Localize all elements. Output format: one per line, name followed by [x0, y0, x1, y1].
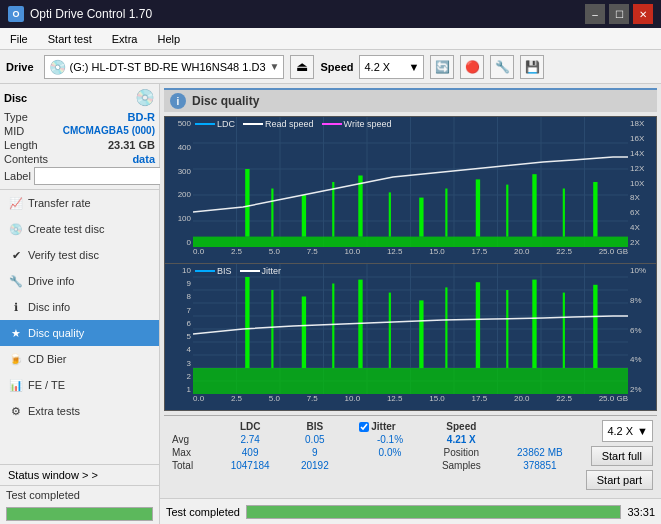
bx-0: 0.0 [193, 394, 204, 403]
x-15: 15.0 [429, 247, 445, 256]
bottom-chart-legend: BIS Jitter [195, 266, 281, 276]
close-button[interactable]: ✕ [633, 4, 653, 24]
by-2: 2 [187, 372, 191, 381]
status-bar-bottom: Status window > > Test completed [0, 464, 159, 524]
sidebar-item-label: Create test disc [28, 223, 104, 235]
sidebar-item-label: Extra tests [28, 405, 80, 417]
sidebar-item-label: Disc quality [28, 327, 84, 339]
status-window-button[interactable]: Status window > > [0, 465, 159, 486]
by-7: 7 [187, 306, 191, 315]
y-label-400: 400 [178, 143, 191, 152]
top-chart-y-axis-left: 500 400 300 200 100 0 [165, 117, 193, 247]
main-progress-bar [246, 505, 621, 519]
save-button[interactable]: 💾 [520, 55, 544, 79]
sidebar-item-create-test-disc[interactable]: 💿 Create test disc [0, 216, 159, 242]
sidebar-item-fe-te[interactable]: 📊 FE / TE [0, 372, 159, 398]
svg-rect-54 [419, 300, 423, 368]
bottom-chart: BIS Jitter 10 9 8 7 6 5 [165, 264, 656, 410]
mid-value: CMCMAGBA5 (000) [63, 125, 155, 137]
bx-25: 25.0 GB [599, 394, 628, 403]
x-17-5: 17.5 [472, 247, 488, 256]
jitter-color [240, 270, 260, 272]
sidebar-item-label: Disc info [28, 301, 70, 313]
by-6: 6 [187, 319, 191, 328]
label-label: Label [4, 170, 31, 182]
minimize-button[interactable]: – [585, 4, 605, 24]
top-chart-legend: LDC Read speed Write speed [195, 119, 391, 129]
bis-color [195, 270, 215, 272]
jitter-checkbox[interactable] [359, 422, 369, 432]
status-time: 33:31 [627, 506, 655, 518]
burn-button[interactable]: 🔴 [460, 55, 484, 79]
menu-file[interactable]: File [4, 31, 34, 47]
by-4: 4 [187, 345, 191, 354]
svg-rect-55 [445, 287, 447, 368]
disc-panel-icon: 💿 [135, 88, 155, 107]
yr-10x: 10X [630, 179, 644, 188]
svg-rect-53 [389, 293, 391, 368]
svg-rect-47 [193, 368, 628, 394]
by-1: 1 [187, 385, 191, 394]
refresh-button[interactable]: 🔄 [430, 55, 454, 79]
contents-value: data [132, 153, 155, 165]
speed-select[interactable]: 4.2 X ▼ [359, 55, 424, 79]
window-title: Opti Drive Control 1.70 [30, 7, 152, 21]
sidebar-item-cd-bier[interactable]: 🍺 CD Bier [0, 346, 159, 372]
total-label: Total [168, 459, 214, 472]
ldc-color [195, 123, 215, 125]
bx-20: 20.0 [514, 394, 530, 403]
label-input[interactable] [34, 167, 167, 185]
bottom-chart-plot [193, 264, 628, 394]
sidebar-item-disc-info[interactable]: ℹ Disc info [0, 294, 159, 320]
bottom-chart-y-axis-right: 10% 8% 6% 4% 2% [628, 264, 656, 394]
svg-rect-58 [532, 280, 536, 368]
bx-12-5: 12.5 [387, 394, 403, 403]
sidebar-item-label: Drive info [28, 275, 74, 287]
speed-dropdown-container[interactable]: 4.2 X ▼ [602, 420, 653, 442]
y-label-300: 300 [178, 167, 191, 176]
menu-extra[interactable]: Extra [106, 31, 144, 47]
disc-quality-panel: i Disc quality LDC Read speed [160, 84, 661, 498]
bx-5: 5.0 [269, 394, 280, 403]
sidebar-item-label: Verify test disc [28, 249, 99, 261]
bx-15: 15.0 [429, 394, 445, 403]
jitter-label: Jitter [371, 421, 395, 432]
start-part-button[interactable]: Start part [586, 470, 653, 490]
ldc-col-header: LDC [214, 420, 287, 433]
avg-ldc: 2.74 [214, 433, 287, 446]
sidebar-item-disc-quality[interactable]: ★ Disc quality [0, 320, 159, 346]
bottom-chart-x-axis: 0.0 2.5 5.0 7.5 10.0 12.5 15.0 17.5 20.0… [193, 394, 628, 410]
x-2-5: 2.5 [231, 247, 242, 256]
disc-title: Disc [4, 92, 27, 104]
bx-10: 10.0 [345, 394, 361, 403]
sidebar-item-drive-info[interactable]: 🔧 Drive info [0, 268, 159, 294]
x-0: 0.0 [193, 247, 204, 256]
svg-rect-26 [563, 189, 565, 237]
sidebar-item-extra-tests[interactable]: ⚙ Extra tests [0, 398, 159, 424]
total-bis: 20192 [287, 459, 343, 472]
stats-panel: LDC BIS Jitter Speed [164, 415, 657, 494]
read-speed-label: Read speed [265, 119, 314, 129]
bx-7-5: 7.5 [307, 394, 318, 403]
maximize-button[interactable]: ☐ [609, 4, 629, 24]
mid-label: MID [4, 125, 24, 137]
cd-bier-icon: 🍺 [8, 351, 24, 367]
disc-quality-title: Disc quality [192, 94, 259, 108]
eject-button[interactable]: ⏏ [290, 55, 314, 79]
start-full-button[interactable]: Start full [591, 446, 653, 466]
status-text: Test completed [6, 489, 153, 501]
menu-start-test[interactable]: Start test [42, 31, 98, 47]
top-chart-x-axis: 0.0 2.5 5.0 7.5 10.0 12.5 15.0 17.5 20.0… [193, 247, 628, 263]
settings-button[interactable]: 🔧 [490, 55, 514, 79]
x-25: 25.0 GB [599, 247, 628, 256]
max-ldc: 409 [214, 446, 287, 459]
drive-select[interactable]: 💿 (G:) HL-DT-ST BD-RE WH16NS48 1.D3 ▼ [44, 55, 285, 79]
yr-18x: 18X [630, 119, 644, 128]
svg-rect-14 [193, 237, 628, 247]
bis-col-header: BIS [287, 420, 343, 433]
menu-help[interactable]: Help [151, 31, 186, 47]
progress-bar [6, 507, 153, 521]
svg-rect-20 [389, 192, 391, 236]
sidebar-item-transfer-rate[interactable]: 📈 Transfer rate [0, 190, 159, 216]
sidebar-item-verify-test-disc[interactable]: ✔ Verify test disc [0, 242, 159, 268]
